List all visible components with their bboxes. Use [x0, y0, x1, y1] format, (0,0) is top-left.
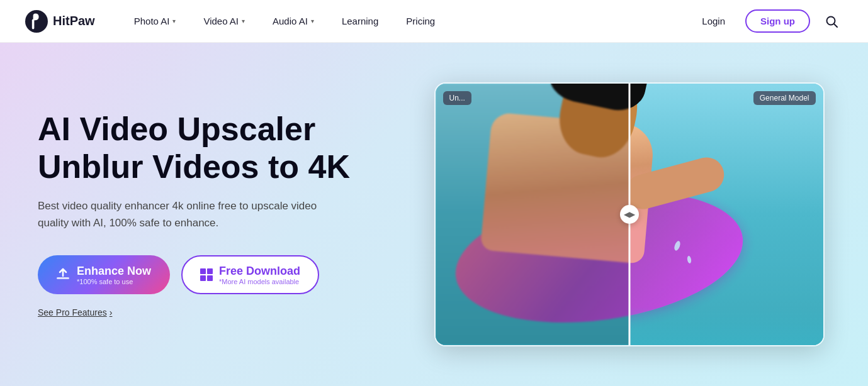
hero-buttons: Enhance Now *100% safe to use Free Downl… [38, 255, 403, 294]
hero-subtitle: Best video quality enhancer 4k online fr… [38, 198, 340, 231]
see-pro-features-link[interactable]: See Pro Features › [38, 307, 112, 317]
search-icon [825, 15, 838, 28]
nav-links: Photo AI ▾ Video AI ▾ Audio AI ▾ Learnin… [120, 0, 692, 43]
image-label-after: General Model [753, 91, 816, 105]
signup-button[interactable]: Sign up [745, 9, 810, 33]
image-label-before: Un... [443, 91, 471, 105]
svg-rect-3 [57, 277, 69, 279]
pool-scene-original [436, 84, 629, 345]
navigation: HitPaw Photo AI ▾ Video AI ▾ Audio AI ▾ … [0, 0, 868, 43]
compare-handle[interactable]: ◀▶ [620, 205, 639, 224]
nav-item-photo-ai[interactable]: Photo AI ▾ [120, 0, 190, 43]
enhance-now-button[interactable]: Enhance Now *100% safe to use [38, 255, 170, 294]
hero-section: AI Video Upscaler Unblur Videos to 4K Be… [0, 43, 868, 386]
nav-item-pricing[interactable]: Pricing [392, 0, 449, 43]
logo-text: HitPaw [53, 14, 95, 28]
chevron-down-icon: ▾ [172, 18, 176, 25]
svg-point-0 [25, 10, 48, 33]
hero-right: ◀▶ Un... General Model [428, 82, 830, 346]
nav-item-video-ai[interactable]: Video AI ▾ [189, 0, 259, 43]
free-download-button[interactable]: Free Download *More AI models available [181, 255, 319, 294]
upload-icon [55, 267, 70, 282]
svg-line-2 [834, 24, 837, 27]
logo-icon [25, 10, 48, 33]
image-compare: ◀▶ Un... General Model [434, 82, 825, 346]
nav-item-learning[interactable]: Learning [328, 0, 392, 43]
nav-right: Login Sign up [692, 9, 843, 33]
hero-left: AI Video Upscaler Unblur Videos to 4K Be… [38, 111, 403, 318]
windows-icon [200, 268, 213, 281]
nav-item-audio-ai[interactable]: Audio AI ▾ [259, 0, 328, 43]
chevron-down-icon: ▾ [311, 18, 314, 25]
logo[interactable]: HitPaw [25, 10, 95, 33]
chevron-down-icon: ▾ [242, 18, 245, 25]
search-button[interactable] [820, 10, 843, 33]
hero-title: AI Video Upscaler Unblur Videos to 4K [38, 111, 403, 186]
login-button[interactable]: Login [692, 11, 735, 31]
